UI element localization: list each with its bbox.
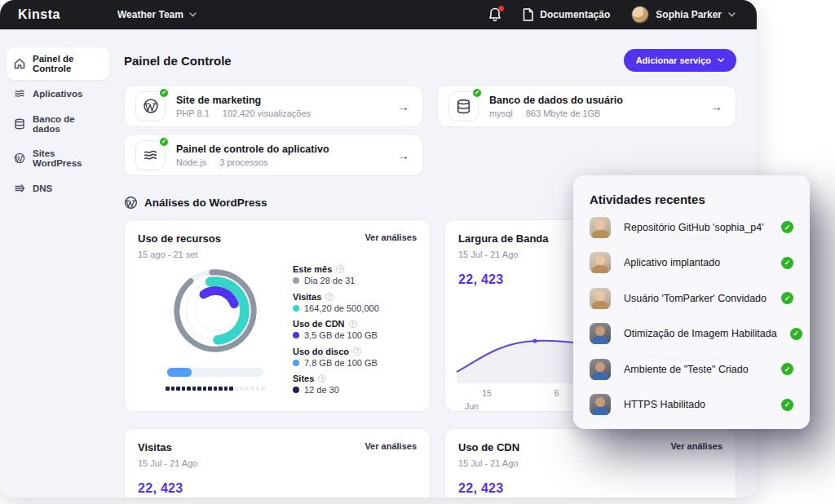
card-title: Uso de recursos [138,232,221,245]
service-card-marketing-site[interactable]: ✓ Site de marketing PHP 8.1 102,420 visu… [124,85,423,127]
activity-row: Repositório GitHub 'sophia_p4' ✓ [590,210,793,245]
wordpress-icon [14,153,25,164]
check-icon: ✓ [781,399,793,411]
team-selector[interactable]: Weather Team [117,9,197,20]
view-analytics-link[interactable]: Ver análises [364,232,417,242]
dns-icon [14,183,25,194]
top-bar: Kinsta Weather Team Documentação Sophia … [0,0,757,29]
resource-legend: Este mês ? Dia 28 de 31 [293,263,417,395]
sidebar-item-sites-wordpress[interactable]: Sites WordPress [7,142,109,175]
check-icon: ✓ [781,221,793,233]
notification-dot [498,6,504,11]
help-icon[interactable]: ? [336,265,344,273]
arrow-right-icon[interactable]: → [397,148,409,162]
chevron-down-icon [718,58,724,63]
user-avatar [631,6,649,24]
legend-item-uso-de-cdn: Uso de CDN ? 3,5 GB de 100 GB [293,319,417,340]
legend-dot [293,387,299,393]
sidebar-item-label: Banco de dados [33,114,102,134]
avatar [590,394,611,415]
resource-usage-donut-chart [167,263,263,359]
service-stat: 102,420 visualizações [223,108,311,118]
legend-label: Sites [293,374,314,383]
sidebar-item-painel-de-controle[interactable]: Painel de Controle [7,47,109,80]
date-range: 15 ago - 21 set [138,250,417,259]
service-runtime: PHP 8.1 [176,108,210,118]
legend-item-sites: Sites ? 12 de 30 [293,374,417,395]
user-name: Sophia Parker [656,9,722,20]
help-icon[interactable]: ? [349,320,357,328]
service-title: Site de marketing [176,95,311,106]
avatar [590,217,611,238]
status-ok-icon: ✓ [471,87,483,99]
legend-label: Uso do disco [293,347,349,356]
service-stat: 863 Mbyte de 1GB [526,108,601,118]
service-card-app-dashboard[interactable]: ✓ Painel de controle do aplicativo Node.… [124,134,423,176]
activity-row: Otimização de Imagem Habilitada ✓ [590,316,793,352]
card-title: Visitas [138,441,172,453]
check-icon: ✓ [781,363,793,375]
activity-row: Ambiente de "Teste" Criado ✓ [590,351,793,387]
avatar [590,288,611,309]
screen: Kinsta Weather Team Documentação Sophia … [0,0,835,504]
sidebar-item-label: Aplicativos [33,89,82,99]
check-icon: ✓ [781,292,793,304]
visits-value: 22, 423 [138,481,417,496]
services-grid: ✓ Site de marketing PHP 8.1 102,420 visu… [124,85,736,176]
status-ok-icon: ✓ [158,87,170,99]
legend-value: 7.8 GB de 100 GB [304,358,378,368]
user-menu[interactable]: Sophia Parker [631,6,736,24]
cdn-usage-card: Uso de CDN Ver análises 15 Jul - 21 Ago … [444,428,736,497]
sidebar: Painel de Controle Aplicativos Banco de … [0,29,116,497]
chevron-down-icon [189,12,197,17]
help-icon[interactable]: ? [353,347,361,356]
kinsta-logo: Kinsta [18,7,117,22]
resource-usage-card: Uso de recursos Ver análises 15 ago - 21… [124,219,431,412]
disk-usage-progress-bar [167,368,263,377]
add-service-button[interactable]: Adicionar serviço [624,49,736,72]
topbar-actions: Documentação Sophia Parker [488,6,736,24]
legend-item-uso-do-disco: Uso do disco ? 7.8 GB de 100 GB [293,347,417,368]
card-title: Uso de CDN [458,441,519,453]
view-analytics-link[interactable]: Ver análises [364,441,417,451]
progress-fill [167,368,192,377]
legend-dot [293,277,299,284]
activity-row: HTTPS Habilitado ✓ [590,387,793,423]
documentation-link[interactable]: Documentação [523,8,610,21]
legend-label: Visitas [293,292,321,302]
legend-value: 164,20 de 500,000 [304,303,379,313]
date-range: 15 Jul - 21 Ago [458,458,722,468]
sidebar-item-dns[interactable]: DNS [7,176,109,201]
service-card-user-database[interactable]: ✓ Banco de dados do usuário mysql 863 Mb… [437,85,736,127]
service-runtime: mysql [489,108,513,118]
home-icon [14,58,25,69]
activity-label: Ambiente de "Teste" Criado [624,364,749,375]
layers-icon [14,88,25,99]
page-title: Painel de Controle [124,54,232,68]
legend-label: Este mês [293,264,332,274]
analytics-section-title: Análises do WordPress [144,197,267,209]
sidebar-item-label: Painel de Controle [33,54,102,73]
help-icon[interactable]: ? [318,374,326,382]
x-tick: 6 [554,388,559,398]
legend-dot [293,332,299,338]
notifications-button[interactable] [488,7,501,22]
chevron-down-icon [728,12,736,17]
check-icon: ✓ [781,257,793,269]
avatar [590,323,611,344]
legend-value: Dia 28 de 31 [304,276,355,285]
date-range: 15 Jul - 21 Ago [138,458,417,468]
arrow-right-icon[interactable]: → [710,99,722,113]
add-service-label: Adicionar serviço [636,55,711,65]
documentation-label: Documentação [540,9,610,20]
view-analytics-link[interactable]: Ver análises [670,441,722,451]
sidebar-item-aplicativos[interactable]: Aplicativos [7,82,109,106]
document-icon [523,8,533,21]
team-name: Weather Team [117,9,183,20]
sidebar-item-banco-de-dados[interactable]: Banco de dados [7,108,109,140]
legend-value: 12 de 30 [304,385,339,395]
help-icon[interactable]: ? [325,293,334,301]
arrow-right-icon[interactable]: → [397,99,409,113]
recent-activities-popup: Atividades recentes Repositório GitHub '… [573,175,810,429]
service-title: Banco de dados do usuário [489,95,623,106]
